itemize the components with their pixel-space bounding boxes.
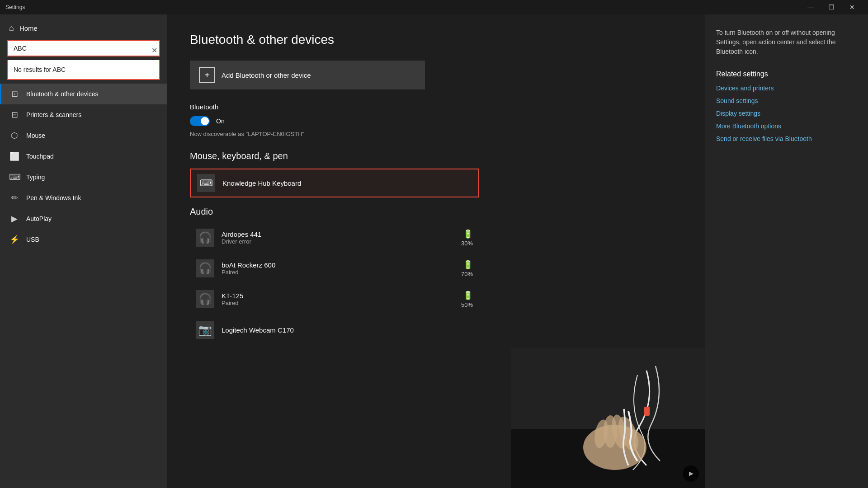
kt125-name: KT-125: [222, 292, 454, 300]
search-clear-button[interactable]: ✕: [151, 46, 157, 55]
svg-rect-2: [644, 407, 650, 416]
sidebar-nav: ⊡ Bluetooth & other devices ⊟ Printers &…: [0, 84, 167, 250]
right-panel: To turn Bluetooth on or off without open…: [705, 14, 868, 488]
sidebar-item-label-touchpad: Touchpad: [26, 153, 54, 160]
sidebar-item-label-bluetooth: Bluetooth & other devices: [26, 90, 99, 98]
keyboard-device-info: Knowledge Hub Keyboard: [222, 179, 472, 187]
sidebar-item-touchpad[interactable]: ⬜ Touchpad: [0, 146, 167, 167]
airdopes-info: Airdopes 441 Driver error: [222, 230, 454, 245]
related-settings-heading: Related settings: [716, 70, 857, 78]
home-icon: ⌂: [9, 23, 14, 33]
bluetooth-section-label: Bluetooth: [190, 103, 683, 111]
sidebar-item-autoplay[interactable]: ▶ AutoPlay: [0, 208, 167, 229]
boat-icon: 🎧: [196, 259, 214, 277]
sidebar: ⌂ Home ✕ No results for ABC ⊡ Bluetooth …: [0, 14, 167, 488]
touchpad-nav-icon: ⬜: [9, 151, 20, 161]
sidebar-item-label-autoplay: AutoPlay: [26, 215, 52, 222]
logitech-icon: 📷: [196, 321, 214, 339]
search-dropdown: No results for ABC: [7, 60, 160, 80]
logitech-name: Logitech Webcam C170: [222, 326, 473, 334]
boat-battery-icon: 🔋: [463, 260, 473, 270]
bluetooth-nav-icon: ⊡: [9, 89, 20, 99]
sidebar-item-usb[interactable]: ⚡ USB: [0, 229, 167, 250]
audio-section-heading: Audio: [190, 206, 683, 217]
add-device-label: Add Bluetooth or other device: [222, 71, 311, 79]
related-link-display[interactable]: Display settings: [716, 110, 857, 117]
info-text: To turn Bluetooth on or off without open…: [716, 28, 857, 56]
boat-name: boAt Rockerz 600: [222, 261, 454, 269]
kt125-battery: 🔋 50%: [461, 291, 473, 308]
keyboard-device-item[interactable]: ⌨ Knowledge Hub Keyboard: [190, 169, 479, 197]
main-content: Bluetooth & other devices + Add Bluetoot…: [167, 14, 705, 488]
video-logo-overlay: ▶: [683, 465, 699, 482]
sidebar-item-pen[interactable]: ✏ Pen & Windows Ink: [0, 188, 167, 208]
printers-nav-icon: ⊟: [9, 110, 20, 120]
boat-status: Paired: [222, 269, 454, 276]
keyboard-device-name: Knowledge Hub Keyboard: [222, 179, 472, 187]
sidebar-item-label-typing: Typing: [26, 174, 45, 181]
kt125-info: KT-125 Paired: [222, 292, 454, 306]
discoverable-text: Now discoverable as "LAPTOP-EN0IGSTH": [190, 131, 683, 137]
add-device-button[interactable]: + Add Bluetooth or other device: [190, 61, 425, 89]
keyboard-section-heading: Mouse, keyboard, & pen: [190, 151, 683, 161]
keyboard-device-icon: ⌨: [197, 174, 215, 192]
sidebar-item-label-usb: USB: [26, 236, 39, 243]
kt125-battery-icon: 🔋: [463, 291, 473, 300]
video-svg: [511, 348, 705, 488]
sidebar-item-bluetooth[interactable]: ⊡ Bluetooth & other devices: [0, 84, 167, 104]
audio-device-boat[interactable]: 🎧 boAt Rockerz 600 Paired 🔋 70%: [190, 255, 479, 282]
minimize-button[interactable]: —: [800, 0, 821, 14]
audio-device-logitech[interactable]: 📷 Logitech Webcam C170: [190, 316, 479, 343]
boat-battery: 🔋 70%: [461, 260, 473, 277]
mouse-nav-icon: ⬡: [9, 131, 20, 141]
related-link-send-receive[interactable]: Send or receive files via Bluetooth: [716, 135, 857, 142]
airdopes-battery: 🔋 30%: [461, 229, 473, 247]
search-input[interactable]: [7, 40, 160, 56]
related-link-bluetooth-options[interactable]: More Bluetooth options: [716, 122, 857, 130]
bluetooth-toggle[interactable]: [190, 116, 210, 126]
home-label: Home: [19, 24, 38, 32]
boat-info: boAt Rockerz 600 Paired: [222, 261, 454, 276]
kt125-battery-pct: 50%: [461, 301, 473, 308]
logitech-info: Logitech Webcam C170: [222, 326, 473, 334]
close-button[interactable]: ✕: [842, 0, 863, 14]
sidebar-item-mouse[interactable]: ⬡ Mouse: [0, 125, 167, 146]
video-content: ▶: [511, 348, 705, 488]
sidebar-item-label-pen: Pen & Windows Ink: [26, 194, 81, 202]
titlebar-controls: — ❐ ✕: [800, 0, 863, 14]
related-link-devices-printers[interactable]: Devices and printers: [716, 84, 857, 92]
sidebar-item-label-printers: Printers & scanners: [26, 111, 81, 118]
bluetooth-toggle-row: On: [190, 116, 683, 126]
autoplay-nav-icon: ▶: [9, 214, 20, 224]
airdopes-battery-icon: 🔋: [463, 229, 473, 239]
add-icon: +: [199, 67, 215, 83]
kt125-status: Paired: [222, 300, 454, 306]
related-link-sound[interactable]: Sound settings: [716, 97, 857, 104]
audio-device-airdopes[interactable]: 🎧 Airdopes 441 Driver error 🔋 30%: [190, 224, 479, 251]
sidebar-home[interactable]: ⌂ Home: [0, 14, 167, 40]
bluetooth-state-label: On: [216, 117, 225, 125]
airdopes-status: Driver error: [222, 238, 454, 245]
airdopes-name: Airdopes 441: [222, 230, 454, 238]
usb-nav-icon: ⚡: [9, 235, 20, 244]
maximize-button[interactable]: ❐: [821, 0, 842, 14]
sidebar-item-label-mouse: Mouse: [26, 132, 45, 139]
airdopes-icon: 🎧: [196, 229, 214, 247]
titlebar-title: Settings: [5, 4, 25, 10]
page-title: Bluetooth & other devices: [190, 33, 683, 47]
pen-nav-icon: ✏: [9, 193, 20, 203]
airdopes-battery-pct: 30%: [461, 240, 473, 247]
no-results-text: No results for ABC: [14, 66, 66, 73]
kt125-icon: 🎧: [196, 290, 214, 308]
video-overlay: ▶: [511, 348, 705, 488]
sidebar-item-typing[interactable]: ⌨ Typing: [0, 167, 167, 188]
search-container: ✕: [0, 40, 167, 60]
titlebar: Settings — ❐ ✕: [0, 0, 868, 14]
sidebar-item-printers[interactable]: ⊟ Printers & scanners: [0, 104, 167, 125]
typing-nav-icon: ⌨: [9, 172, 20, 182]
main-layout: ⌂ Home ✕ No results for ABC ⊡ Bluetooth …: [0, 14, 868, 488]
audio-device-kt125[interactable]: 🎧 KT-125 Paired 🔋 50%: [190, 286, 479, 313]
boat-battery-pct: 70%: [461, 271, 473, 277]
